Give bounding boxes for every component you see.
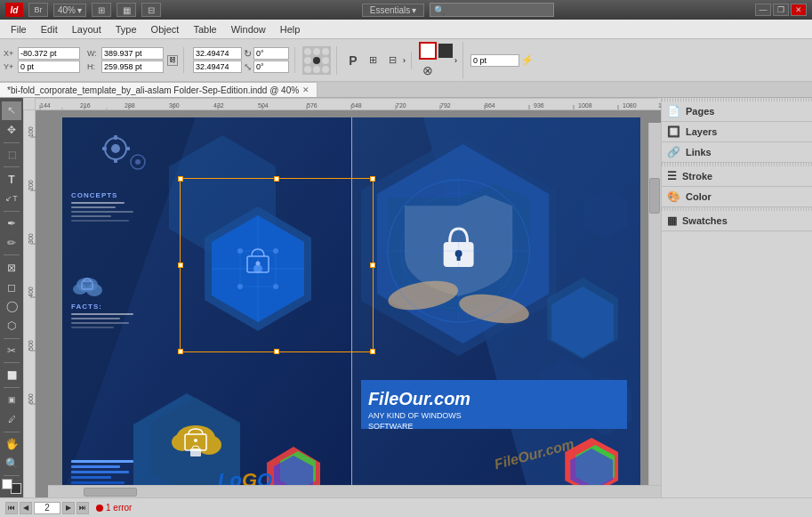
align-icon1[interactable]: ⊞ [364, 52, 382, 69]
hand-tool[interactable]: 🖐 [2, 434, 21, 453]
document-tab[interactable]: *bi-fold_corporate_template_by_ali-aslam… [0, 82, 318, 97]
type-tool-icon[interactable]: P [344, 52, 362, 69]
menu-layout[interactable]: Layout [65, 22, 109, 36]
pencil-tool[interactable]: ✏ [2, 234, 21, 253]
menu-type[interactable]: Type [109, 22, 144, 36]
pt-input[interactable]: 0 pt [470, 54, 519, 67]
menu-edit[interactable]: Edit [34, 22, 65, 36]
minimize-button[interactable]: — [755, 4, 771, 16]
fill-color-box[interactable] [419, 42, 437, 60]
tool-separator-2 [4, 166, 20, 167]
svg-text:648: 648 [351, 102, 362, 109]
title-bar: Id Br 40% ▾ ⊞ ▦ ⊟ Essentials ▾ 🔍 — ❐ ✕ [0, 0, 812, 20]
layout-icon3[interactable]: ⊟ [141, 3, 161, 17]
next-page-button[interactable]: ▶ [62, 502, 75, 514]
tool-separator-7 [4, 387, 20, 388]
rect-frame-tool[interactable]: ⊠ [2, 258, 21, 277]
zoom-tool[interactable]: 🔍 [2, 454, 21, 473]
pen-tool[interactable]: ✒ [2, 214, 21, 233]
page-tool[interactable]: ⬚ [2, 146, 21, 165]
svg-rect-92 [71, 313, 133, 315]
angle1-input[interactable]: 0° [253, 47, 289, 60]
svg-text:288: 288 [125, 102, 135, 109]
x-input[interactable]: -80.372 pt [18, 47, 80, 60]
gradient-tool[interactable]: ▣ [2, 391, 21, 409]
svg-rect-101 [71, 465, 120, 468]
menu-object[interactable]: Object [144, 22, 187, 36]
tool-separator-8 [4, 432, 20, 432]
scrollbar-thumb-h[interactable] [84, 488, 137, 497]
tool-separator-3 [4, 211, 20, 212]
svg-text:792: 792 [440, 102, 451, 109]
menu-help[interactable]: Help [273, 22, 308, 36]
direct-select-tool[interactable]: ✥ [2, 121, 21, 140]
search-box[interactable]: 🔍 [430, 3, 554, 17]
layout-icon2[interactable]: ▦ [117, 3, 136, 17]
last-page-button[interactable]: ⏭ [76, 502, 89, 514]
scrollbar-vertical[interactable] [648, 123, 661, 497]
tool-separator-4 [4, 254, 20, 255]
val1-input[interactable]: 32.49474 [193, 47, 242, 60]
none-icon[interactable]: ⊗ [419, 61, 437, 79]
menu-window[interactable]: Window [224, 22, 273, 36]
maximize-button[interactable]: ❐ [773, 4, 789, 16]
first-page-button[interactable]: ⏮ [5, 502, 18, 514]
type-path-tool[interactable]: ↙T [2, 190, 21, 208]
layout-icon1[interactable]: ⊞ [92, 3, 111, 17]
svg-rect-72 [190, 448, 201, 456]
polygon-tool[interactable]: ⬡ [2, 317, 21, 335]
svg-text:SOFTWARE: SOFTWARE [368, 422, 413, 431]
h-input[interactable]: 259.958 pt [101, 61, 164, 73]
panel-pages[interactable]: 📄 Pages [662, 101, 812, 121]
page-navigation: ⏮ ◀ 2 ▶ ⏭ [5, 502, 89, 514]
ellipse-tool[interactable]: ◯ [2, 297, 21, 316]
y-input[interactable]: 0 pt [18, 61, 80, 73]
free-transform-tool[interactable]: ⬜ [2, 366, 21, 384]
select-tool[interactable]: ↖ [2, 101, 21, 120]
bridge-icon[interactable]: Br [28, 3, 48, 17]
svg-point-74 [111, 144, 120, 153]
panel-color[interactable]: 🎨 Color [662, 187, 812, 206]
scrollbar-thumb-v[interactable] [649, 178, 660, 214]
canvas-content[interactable]: CONCEPTS [36, 110, 661, 497]
svg-text:CONCEPTS: CONCEPTS [71, 191, 117, 199]
val2-input[interactable]: 32.49474 [193, 61, 242, 73]
tool-separator-9 [4, 475, 20, 476]
menu-table[interactable]: Table [186, 22, 223, 36]
close-button[interactable]: ✕ [791, 4, 807, 16]
panel-section-swatches: ▦ Swatches [662, 211, 812, 231]
panel-section-color: 🎨 Color [662, 187, 812, 207]
zoom-control[interactable]: 40% ▾ [53, 4, 86, 17]
panel-links[interactable]: 🔗 Links [662, 142, 812, 162]
panel-layers[interactable]: 🔲 Layers [662, 122, 812, 141]
window-controls: — ❐ ✕ [755, 4, 807, 16]
svg-rect-75 [114, 135, 117, 140]
scrollbar-horizontal[interactable] [48, 485, 661, 497]
workspace-selector[interactable]: Essentials ▾ [362, 4, 425, 17]
rect-tool[interactable]: ◻ [2, 278, 21, 296]
error-dot [96, 505, 103, 512]
align-icon2[interactable]: ⊟ [383, 52, 401, 69]
page-number-field[interactable]: 2 [34, 502, 60, 514]
fill-stroke-swatches[interactable] [2, 479, 21, 494]
flash-icon: ⚡ [521, 54, 534, 66]
prev-page-button[interactable]: ◀ [20, 502, 32, 514]
transform-proxy[interactable] [302, 46, 331, 75]
stroke-label: Stroke [682, 171, 712, 182]
tab-close-button[interactable]: ✕ [302, 85, 310, 94]
workspace-label: Essentials [370, 5, 411, 15]
color-theme-tool[interactable]: 🖊 [2, 410, 21, 429]
panel-stroke[interactable]: ☰ Stroke [662, 166, 812, 186]
stroke-color-box[interactable] [438, 44, 453, 58]
scissors-tool[interactable]: ✂ [2, 341, 21, 359]
tool-separator-1 [4, 142, 20, 143]
swatches-label: Swatches [682, 215, 728, 226]
chain-link-icon[interactable]: ⛓ [167, 55, 178, 66]
svg-rect-76 [114, 158, 117, 163]
angle2-input[interactable]: 0° [253, 61, 289, 73]
w-input[interactable]: 389.937 pt [101, 47, 164, 60]
panel-swatches[interactable]: ▦ Swatches [662, 211, 812, 230]
svg-point-89 [86, 284, 102, 296]
menu-file[interactable]: File [4, 22, 34, 36]
type-tool[interactable]: T [2, 170, 21, 189]
